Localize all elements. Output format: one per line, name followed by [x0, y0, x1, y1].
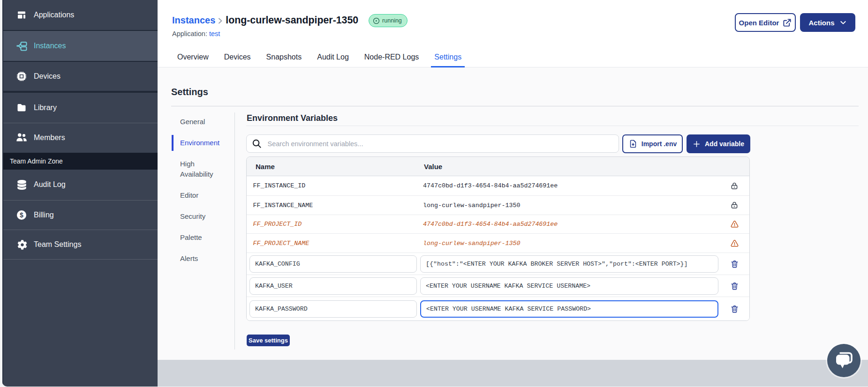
svg-text:$: $ [20, 211, 23, 219]
